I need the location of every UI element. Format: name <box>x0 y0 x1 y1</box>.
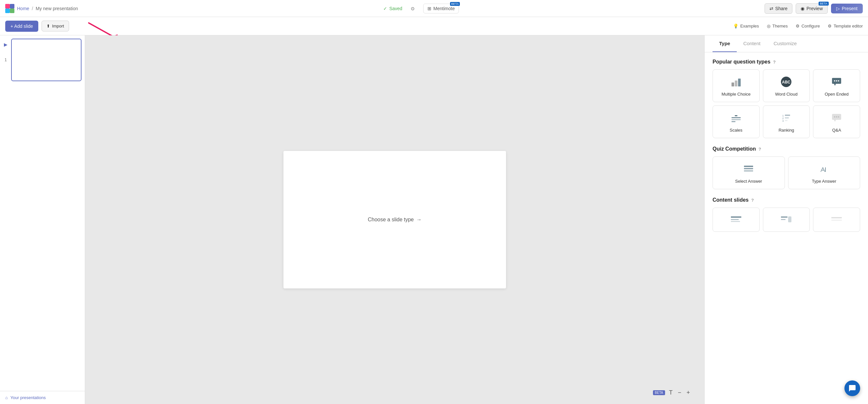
canvas-toolbar: BETA T − + <box>653 388 691 398</box>
open-ended-label: Open Ended <box>825 92 849 97</box>
type-card-open-ended[interactable]: Open Ended <box>813 69 860 102</box>
upload-icon: ⬆ <box>46 24 50 29</box>
svg-rect-26 <box>785 120 787 121</box>
type-card-type-answer[interactable]: Type Answer <box>788 156 861 189</box>
quiz-section-header: Quiz Competition ? <box>713 146 860 152</box>
popular-help-icon[interactable]: ? <box>773 60 776 64</box>
panel-content: Popular question types ? Multiple Choice <box>705 52 868 246</box>
quiz-types-grid: Select Answer Type Answer <box>713 156 860 189</box>
mentimote-beta-badge: BETA <box>450 2 460 6</box>
tab-content[interactable]: Content <box>737 35 767 52</box>
quiz-help-icon[interactable]: ? <box>758 147 761 152</box>
slide-canvas[interactable]: Choose a slide type → <box>283 151 506 288</box>
svg-rect-0 <box>5 4 10 8</box>
ranking-label: Ranking <box>779 128 794 133</box>
nav-center: ✓ Saved ⊙ ⊞ Mentimote BETA <box>383 4 459 13</box>
svg-point-29 <box>836 116 837 118</box>
svg-rect-37 <box>731 216 741 218</box>
svg-rect-20 <box>732 121 736 122</box>
ranking-icon: 1 2 3 <box>780 111 793 124</box>
add-slide-button[interactable]: + Add slide <box>5 21 38 32</box>
share-icon: ⇄ <box>770 6 773 11</box>
configure-action[interactable]: ⚙ Configure <box>796 24 820 29</box>
svg-rect-22 <box>785 115 790 116</box>
svg-rect-24 <box>785 117 789 119</box>
slide-thumbnail[interactable] <box>11 39 82 81</box>
palette-icon: ◎ <box>767 24 771 29</box>
chat-icon <box>848 384 856 392</box>
preview-beta-badge: BETA <box>818 2 829 6</box>
svg-rect-8 <box>738 79 741 87</box>
check-icon: ✓ <box>383 6 387 11</box>
beta-label: BETA <box>653 390 665 395</box>
type-card-content-1[interactable] <box>713 208 760 232</box>
tab-type[interactable]: Type <box>713 35 737 52</box>
your-presentations-link[interactable]: ⌂ Your presentations <box>5 395 80 400</box>
tab-customize[interactable]: Customize <box>767 35 803 52</box>
zoom-out-button[interactable]: − <box>677 388 683 398</box>
home-icon: ⌂ <box>5 395 8 400</box>
saved-indicator: ✓ Saved <box>383 6 402 11</box>
preview-button[interactable]: ◉ Preview BETA <box>796 3 828 14</box>
scales-label: Scales <box>730 128 742 133</box>
type-card-content-3[interactable] <box>813 208 860 232</box>
svg-rect-42 <box>788 216 792 222</box>
type-answer-label: Type Answer <box>812 179 836 184</box>
svg-rect-3 <box>10 8 14 13</box>
main-content: ▶ 1 ⌂ Your presentations Choose a slide … <box>0 35 868 404</box>
svg-rect-2 <box>5 8 10 13</box>
svg-text:3: 3 <box>782 120 784 122</box>
type-card-multiple-choice[interactable]: Multiple Choice <box>713 69 760 102</box>
help-button[interactable]: ⊙ <box>407 4 418 13</box>
content-help-icon[interactable]: ? <box>751 198 754 203</box>
zoom-in-button[interactable]: + <box>685 388 691 398</box>
remote-icon: ⊞ <box>428 6 431 11</box>
eye-icon: ◉ <box>801 6 805 11</box>
type-card-content-2[interactable] <box>763 208 810 232</box>
type-card-scales[interactable]: Scales <box>713 105 760 138</box>
svg-rect-41 <box>781 219 785 220</box>
qa-icon <box>830 111 843 124</box>
svg-rect-18 <box>732 119 741 120</box>
slide-play-indicator: ▶ <box>4 42 7 47</box>
breadcrumb: Home / My new presentation <box>17 6 78 11</box>
import-button[interactable]: ⬆ Import <box>41 21 69 31</box>
slides-sidebar: ▶ 1 ⌂ Your presentations <box>0 35 85 404</box>
content-section-header: Content slides ? <box>713 197 860 203</box>
multiple-choice-icon <box>730 75 743 88</box>
template-editor-action[interactable]: ⚙ Template editor <box>828 24 863 29</box>
svg-point-15 <box>838 80 839 82</box>
select-answer-icon <box>742 162 755 176</box>
nav-left: Home / My new presentation <box>5 4 78 13</box>
template-icon: ⚙ <box>828 24 832 29</box>
slide-number: 1 <box>5 58 7 62</box>
svg-rect-17 <box>732 117 741 118</box>
right-panel: Type Content Customize Popular question … <box>704 35 868 404</box>
type-card-ranking[interactable]: 1 2 3 Ranking <box>763 105 810 138</box>
mentimote-button[interactable]: ⊞ Mentimote BETA <box>423 4 459 13</box>
svg-rect-34 <box>744 170 753 172</box>
slides-panel: ▶ 1 <box>0 35 85 391</box>
type-card-qa[interactable]: Q&A <box>813 105 860 138</box>
multiple-choice-label: Multiple Choice <box>721 92 750 97</box>
help-circle-icon: ⊙ <box>411 6 415 11</box>
word-cloud-label: Word Cloud <box>775 92 797 97</box>
svg-rect-7 <box>735 81 737 87</box>
choose-slide-prompt: Choose a slide type → <box>368 217 422 223</box>
chat-support-button[interactable] <box>844 380 860 396</box>
share-button[interactable]: ⇄ Share <box>765 3 793 14</box>
svg-marker-31 <box>834 120 836 122</box>
themes-action[interactable]: ◎ Themes <box>767 24 788 29</box>
text-tool-button[interactable]: T <box>668 388 674 398</box>
content-type-2-icon <box>780 213 793 226</box>
content-types-grid <box>713 208 860 232</box>
present-button[interactable]: ▷ Present <box>831 4 863 13</box>
svg-rect-40 <box>781 216 787 218</box>
qa-label: Q&A <box>832 128 841 133</box>
breadcrumb-home[interactable]: Home <box>17 6 29 11</box>
toolbar-left: + Add slide ⬆ Import <box>5 21 72 32</box>
type-card-select-answer[interactable]: Select Answer <box>713 156 785 189</box>
examples-action[interactable]: 💡 Examples <box>733 24 759 29</box>
type-card-word-cloud[interactable]: ABC Word Cloud <box>763 69 810 102</box>
type-answer-icon <box>817 162 831 176</box>
